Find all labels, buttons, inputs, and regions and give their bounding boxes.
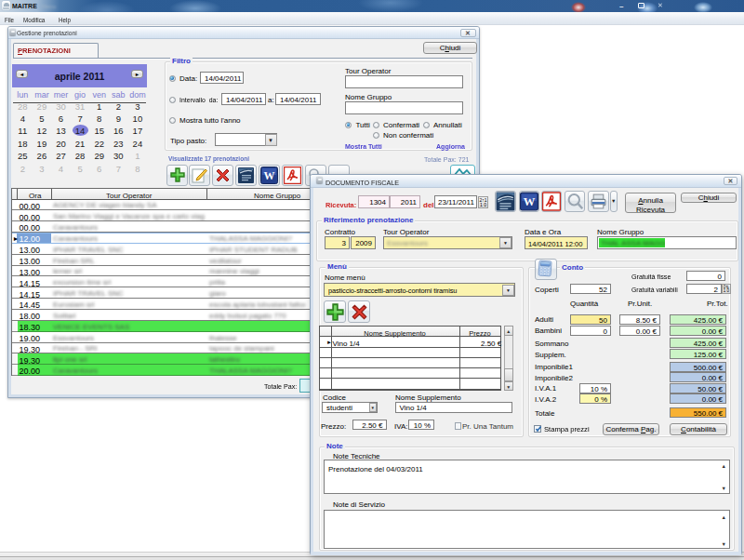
svg-text:W: W <box>264 169 275 182</box>
svg-text:W: W <box>523 195 535 208</box>
